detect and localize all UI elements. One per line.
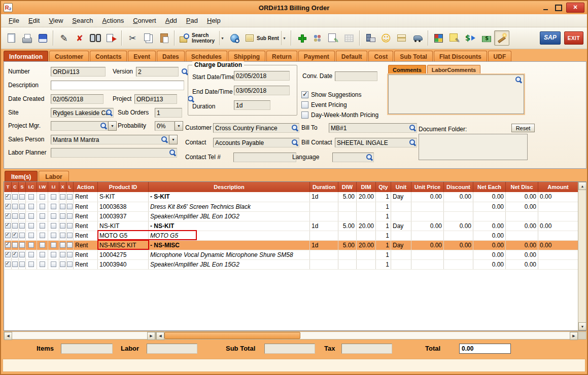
sub-rent-button[interactable]: Sub Rent [243,30,281,46]
main-scrollbar[interactable]: ◀ ▶ [156,332,578,339]
column-header-i-c[interactable]: I.C [26,182,37,192]
scroll-down-button[interactable]: ▼ [578,322,586,330]
probability-dropdown[interactable] [175,121,183,131]
column-header-qty[interactable]: Qty [376,182,391,192]
row-1-checkbox-i-i[interactable] [51,194,56,200]
column-header-c[interactable]: C [12,182,19,192]
column-header-i-i[interactable]: I.I [48,182,59,192]
column-header-net-each[interactable]: Net Each [473,182,506,192]
row-1-checkbox-c[interactable] [12,194,18,200]
row-7-checkbox-i-c[interactable] [28,252,34,257]
package-button[interactable] [394,30,409,46]
app-icon[interactable] [4,3,13,12]
contact-lookup-icon[interactable] [292,139,298,146]
item-row-7[interactable]: Rent10004275Microphone Vocal Dynamic Mic… [5,250,578,259]
tab-sub-total[interactable]: Sub Total [394,51,433,61]
row-8-checkbox-i-w[interactable] [40,261,45,267]
grid-button[interactable] [341,30,357,46]
item-row-8[interactable]: Rent10003940Speaker/Amplifier JBL Eon 15… [5,259,578,269]
menu-view[interactable]: View [44,15,67,26]
tab-cost[interactable]: Cost [368,51,393,61]
row-3-checkbox-x[interactable] [60,213,65,219]
menu-convert[interactable]: Convert [128,15,161,26]
conv-date-field[interactable] [335,71,377,81]
items-total-field[interactable] [61,344,113,354]
tax-field[interactable] [341,344,392,354]
tab-default[interactable]: Default [336,51,368,61]
tab-comments[interactable]: Comments [388,65,426,74]
scroll-left-button[interactable]: ◀ [156,332,164,340]
tab-shipping[interactable]: Shipping [228,51,265,61]
row-1-checkbox-x[interactable] [60,194,65,200]
bill-contact-lookup-icon[interactable] [409,139,416,146]
horizontal-scroll-track[interactable] [300,332,570,339]
row-4-checkbox-s[interactable] [19,223,25,229]
comments-textarea[interactable] [388,74,524,114]
subtotal-field[interactable] [264,344,315,354]
row-6-checkbox-t[interactable] [5,242,11,248]
probability-field[interactable]: 0% [155,121,175,131]
row-5-checkbox-x[interactable] [60,233,65,238]
row-2-checkbox-x[interactable] [60,204,65,209]
row-3-checkbox-c[interactable] [12,213,18,219]
row-6-checkbox-i-w[interactable] [40,242,45,248]
new-document-button[interactable] [4,30,19,46]
row-7-checkbox-c[interactable] [12,252,18,257]
bill-contact-field[interactable]: SHEETAL INGALE [335,138,417,147]
column-header-i-w[interactable]: I.W [37,182,48,192]
sales-person-lookup-icon[interactable] [161,136,168,143]
scroll-right-button[interactable]: ▶ [570,332,578,340]
event-pricing-checkbox[interactable] [301,101,308,108]
kit-circles-button[interactable] [310,30,325,46]
number-field[interactable]: ORD#113 [51,67,106,77]
start-date-field[interactable]: 02/05/2018 [234,71,290,81]
add-item-button[interactable] [294,30,309,46]
row-7-checkbox-i-w[interactable] [40,252,45,257]
tab-labor[interactable]: Labor [39,171,68,181]
row-1-checkbox-t[interactable] [5,194,11,200]
close-button[interactable] [566,3,584,13]
tab-labor-comments[interactable]: LaborComments [427,65,480,74]
column-header-diw[interactable]: DIW [338,182,357,192]
project-mgr-dropdown[interactable] [108,121,117,131]
row-2-checkbox-t[interactable] [5,204,11,209]
row-5-checkbox-i-c[interactable] [28,233,34,238]
row-2-checkbox-c[interactable] [12,204,18,209]
row-4-checkbox-t[interactable] [5,223,11,229]
row-4-checkbox-l[interactable] [67,223,73,229]
row-1-checkbox-i-c[interactable] [28,194,34,200]
row-7-checkbox-t[interactable] [5,252,11,257]
yellow-note-button[interactable] [447,30,462,46]
menu-add[interactable]: Add [161,15,182,26]
menu-pad[interactable]: Pad [182,15,202,26]
row-5-checkbox-i-i[interactable] [51,233,56,238]
row-2-checkbox-s[interactable] [19,204,25,209]
column-header-product-id[interactable]: Product ID [98,182,149,192]
row-8-checkbox-t[interactable] [5,261,11,267]
end-date-field[interactable]: 03/05/2018 [234,86,290,95]
sales-person-field[interactable]: Mantra M Mantra [51,135,169,144]
column-header-duration[interactable]: Duration [310,182,338,192]
contact-tel-field[interactable] [233,153,296,162]
row-8-checkbox-c[interactable] [12,261,18,267]
row-7-checkbox-s[interactable] [19,252,25,257]
tab-customer[interactable]: Customer [49,51,89,61]
tab-udf[interactable]: UDF [488,51,512,61]
column-header-discount[interactable]: Discount [444,182,473,192]
menu-help[interactable]: Help [202,15,225,26]
sub-orders-field[interactable]: 1 [155,108,182,118]
column-header-net-disc[interactable]: Net Disc [506,182,538,192]
item-row-3[interactable]: Rent10003937Speaker/Amplifier JBL Eon 10… [5,211,578,221]
menu-edit[interactable]: Edit [24,15,44,26]
bill-to-lookup-icon[interactable] [409,125,416,131]
row-1-checkbox-i-w[interactable] [40,194,45,200]
row-5-checkbox-i-w[interactable] [40,233,45,238]
duration-field[interactable]: 1d [234,100,270,110]
minimize-button[interactable] [540,3,551,12]
row-5-checkbox-t[interactable] [5,233,11,238]
vertical-scroll-track[interactable] [578,190,586,322]
column-header-description[interactable]: Description [149,182,310,192]
row-2-checkbox-i-w[interactable] [40,204,45,209]
column-header-x[interactable]: X [59,182,66,192]
sub-rent-dropdown[interactable] [281,31,287,45]
